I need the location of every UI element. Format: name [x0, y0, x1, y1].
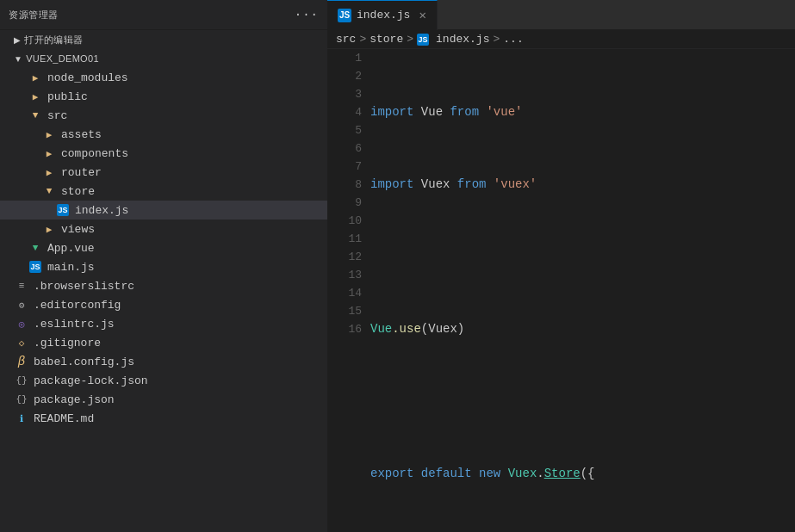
- sidebar-item-node-modules[interactable]: ▶ node_modules: [0, 68, 327, 87]
- babel-config-label: babel.config.js: [34, 356, 134, 368]
- index-js-label: index.js: [75, 204, 128, 217]
- views-label: views: [61, 223, 95, 236]
- eslint-file-icon: ◎: [14, 316, 29, 331]
- readme-label: README.md: [34, 412, 94, 425]
- tab-label: index.js: [357, 9, 410, 22]
- sidebar-item-eslintrc[interactable]: ◎ .eslintrc.js: [0, 314, 327, 333]
- readme-file-icon: ℹ: [14, 411, 29, 426]
- sidebar-item-readme[interactable]: ℹ README.md: [0, 409, 327, 428]
- folder-collapsed-icon: ▶: [28, 89, 43, 104]
- sidebar-item-package-lock[interactable]: {} package-lock.json: [0, 371, 327, 390]
- store-label: store: [61, 185, 95, 198]
- editor-right: src > store > JS index.js > ... 1 2 3 4 …: [327, 30, 795, 532]
- sidebar-title: 资源管理器: [9, 9, 59, 22]
- sidebar-item-browserslistrc[interactable]: ≡ .browserslistrc: [0, 276, 327, 295]
- node-modules-label: node_modules: [47, 71, 128, 84]
- sidebar-item-components[interactable]: ▶ components: [0, 144, 327, 163]
- list-file-icon: ≡: [14, 278, 29, 294]
- sidebar: ▶ 打开的编辑器 ▼ VUEX_DEMO01 ▶ node_modules ▶ …: [0, 30, 327, 532]
- bc-store: store: [370, 33, 403, 46]
- code-line-1: import Vue from 'vue': [370, 103, 795, 121]
- tab-close-icon[interactable]: ✕: [419, 8, 425, 22]
- sidebar-item-public[interactable]: ▶ public: [0, 87, 327, 106]
- babel-file-icon: β: [14, 354, 29, 369]
- sidebar-item-index-js[interactable]: JS index.js: [0, 201, 327, 220]
- sidebar-item-editorconfig[interactable]: ⚙ .editorconfig: [0, 295, 327, 314]
- bc-sep1: >: [359, 33, 366, 46]
- tab-index-js[interactable]: JS index.js ✕: [327, 0, 438, 30]
- public-label: public: [47, 90, 88, 103]
- js-file-icon: JS: [28, 259, 43, 275]
- folder-expanded-icon: ▼: [41, 183, 57, 199]
- tab-js-icon: JS: [338, 9, 351, 22]
- line-numbers: 1 2 3 4 5 6 7 8 9 10 11 12 13 14 15 16: [327, 49, 370, 532]
- sidebar-item-src[interactable]: ▼ src: [0, 106, 327, 125]
- sidebar-item-gitignore[interactable]: ◇ .gitignore: [0, 333, 327, 352]
- assets-label: assets: [61, 128, 102, 141]
- sidebar-item-views[interactable]: ▶ views: [0, 220, 327, 238]
- bc-js-icon: JS: [417, 34, 429, 46]
- editor-area[interactable]: 1 2 3 4 5 6 7 8 9 10 11 12 13 14 15 16: [327, 49, 795, 532]
- tab-bar: JS index.js ✕: [327, 0, 795, 30]
- code-lines: import Vue from 'vue' import Vuex from '…: [370, 49, 795, 532]
- bc-index-js: index.js: [436, 33, 489, 46]
- bc-dots: ...: [503, 33, 523, 46]
- eslintrc-label: .eslintrc.js: [34, 318, 115, 331]
- sidebar-item-store[interactable]: ▼ store: [0, 182, 327, 201]
- folder-collapsed-icon: ▶: [28, 70, 43, 85]
- git-file-icon: ◇: [14, 335, 29, 350]
- json-file-icon: {}: [14, 373, 29, 388]
- package-lock-label: package-lock.json: [34, 374, 148, 387]
- components-label: components: [61, 147, 128, 160]
- sidebar-item-babel-config[interactable]: β babel.config.js: [0, 352, 327, 371]
- open-editors-label: 打开的编辑器: [24, 34, 83, 46]
- gear-file-icon: ⚙: [14, 297, 29, 312]
- code-line-5: [370, 393, 795, 411]
- folder-expanded-icon: ▼: [28, 108, 43, 123]
- main-js-label: main.js: [47, 261, 95, 274]
- src-label: src: [47, 109, 67, 122]
- project-chevron: ▼: [14, 54, 22, 64]
- code-line-6: export default new Vuex.Store({: [370, 465, 795, 483]
- project-root[interactable]: ▼ VUEX_DEMO01: [0, 49, 327, 68]
- editorconfig-label: .editorconfig: [34, 299, 121, 312]
- code-line-2: import Vuex from 'vuex': [370, 176, 795, 194]
- bc-sep3: >: [493, 33, 500, 46]
- js-file-icon: JS: [55, 202, 71, 218]
- folder-collapsed-icon: ▶: [41, 127, 57, 142]
- sidebar-item-app-vue[interactable]: ▼ App.vue: [0, 238, 327, 257]
- bc-src: src: [336, 33, 356, 46]
- open-editors-section[interactable]: ▶ 打开的编辑器: [0, 30, 327, 49]
- sidebar-header: 资源管理器 ···: [0, 0, 327, 30]
- top-bar: 资源管理器 ··· JS index.js ✕: [0, 0, 795, 30]
- main-content: ▶ 打开的编辑器 ▼ VUEX_DEMO01 ▶ node_modules ▶ …: [0, 30, 795, 532]
- app-vue-label: App.vue: [47, 242, 95, 255]
- sidebar-item-assets[interactable]: ▶ assets: [0, 125, 327, 144]
- folder-collapsed-icon: ▶: [41, 221, 57, 237]
- sidebar-more-icon[interactable]: ···: [295, 8, 319, 22]
- sidebar-actions: ···: [295, 8, 319, 22]
- router-label: router: [61, 166, 102, 179]
- gitignore-label: .gitignore: [34, 337, 101, 350]
- package-json-label: package.json: [34, 393, 115, 406]
- open-editors-chevron: ▶: [14, 35, 21, 45]
- vue-file-icon: ▼: [28, 240, 43, 256]
- code-container: 1 2 3 4 5 6 7 8 9 10 11 12 13 14 15 16: [327, 49, 795, 532]
- breadcrumb: src > store > JS index.js > ...: [327, 30, 795, 49]
- sidebar-item-router[interactable]: ▶ router: [0, 163, 327, 182]
- json-file-icon: {}: [14, 392, 29, 407]
- browserslistrc-label: .browserslistrc: [34, 280, 134, 293]
- sidebar-item-package-json[interactable]: {} package.json: [0, 390, 327, 409]
- folder-collapsed-icon: ▶: [41, 145, 57, 161]
- code-line-3: [370, 248, 795, 266]
- code-line-4: Vue.use(Vuex): [370, 320, 795, 338]
- bc-sep2: >: [407, 33, 413, 46]
- project-name: VUEX_DEMO01: [26, 53, 99, 64]
- sidebar-item-main-js[interactable]: JS main.js: [0, 257, 327, 276]
- folder-collapsed-icon: ▶: [41, 164, 57, 180]
